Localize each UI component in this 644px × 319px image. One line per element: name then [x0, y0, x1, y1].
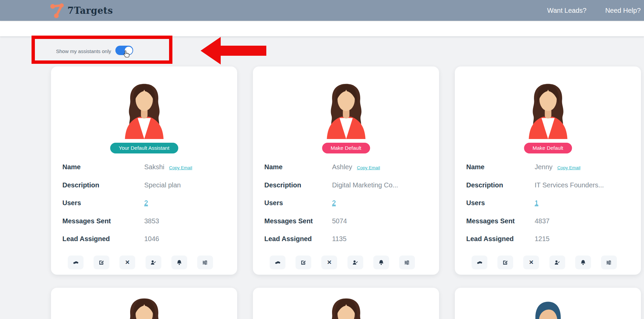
description-row: Description IT Services Founders...: [466, 176, 633, 194]
make-default-button[interactable]: Make Default: [322, 143, 370, 153]
messages-sent-label: Messages Sent: [62, 217, 144, 225]
make-default-button[interactable]: Make Default: [524, 143, 572, 153]
delete-button[interactable]: ✕: [523, 256, 539, 269]
users-count-link[interactable]: 2: [144, 199, 148, 207]
delete-button[interactable]: ✕: [119, 256, 135, 269]
want-leads-link[interactable]: Want Leads?: [547, 7, 586, 14]
sliders-icon: [404, 260, 410, 265]
notifications-button[interactable]: [373, 256, 389, 269]
messages-sent-row: Messages Sent 3853: [62, 212, 229, 230]
assign-user-button[interactable]: [347, 256, 363, 269]
assistant-avatar: [520, 81, 577, 139]
handshake-button[interactable]: [472, 256, 487, 269]
brand-logo[interactable]: 7Targets: [49, 2, 113, 18]
assistant-avatar: [318, 295, 375, 319]
assign-user-icon: [150, 260, 156, 265]
toggle-knob: [125, 47, 132, 54]
card-actions: ✕: [270, 256, 415, 269]
assistant-card-partial: [51, 288, 237, 319]
name-row: Name Jenny Copy Email: [466, 158, 633, 176]
show-my-assistants-toggle[interactable]: [115, 46, 133, 55]
settings-button[interactable]: [197, 256, 213, 269]
toolbar-strip: [0, 21, 644, 36]
close-icon: ✕: [327, 259, 332, 266]
messages-sent-row: Messages Sent 5074: [264, 212, 431, 230]
handshake-icon: [275, 260, 281, 265]
edit-button[interactable]: [296, 256, 311, 269]
users-label: Users: [62, 199, 144, 207]
card-actions: ✕: [68, 256, 213, 269]
need-help-link[interactable]: Need Help?: [605, 7, 641, 14]
assign-user-button[interactable]: [146, 256, 161, 269]
description-label: Description: [62, 181, 144, 189]
card-actions: ✕: [472, 256, 617, 269]
users-label: Users: [264, 199, 332, 207]
assign-user-button[interactable]: [549, 256, 565, 269]
name-row: Name Ashley Copy Email: [264, 158, 431, 176]
handshake-button[interactable]: [68, 256, 84, 269]
edit-icon: [502, 260, 508, 265]
lead-assigned-row: Lead Assigned 1046: [62, 230, 229, 248]
bell-icon: [378, 260, 384, 265]
close-icon: ✕: [125, 259, 130, 266]
assistant-description: Digital Marketing Co...: [332, 181, 398, 189]
assistant-name: Sakshi: [144, 163, 164, 171]
edit-icon: [301, 260, 306, 265]
arrow-shaft: [221, 46, 266, 56]
close-icon: ✕: [529, 259, 534, 266]
edit-button[interactable]: [94, 256, 109, 269]
assistant-card: Make Default Name Jenny Copy Email Descr…: [455, 66, 641, 275]
assign-user-icon: [554, 260, 560, 265]
female-avatar-icon: [116, 81, 173, 139]
settings-button[interactable]: [399, 256, 415, 269]
name-label: Name: [466, 163, 535, 171]
handshake-icon: [477, 260, 483, 265]
assistant-fields: Name Sakshi Copy Email Description Speci…: [62, 158, 229, 248]
messages-sent-value: 5074: [332, 217, 347, 225]
seven-dots-logo-icon: [49, 2, 65, 18]
copy-email-link[interactable]: Copy Email: [557, 165, 580, 170]
assistant-description: Special plan: [144, 181, 181, 189]
description-label: Description: [466, 181, 535, 189]
notifications-button[interactable]: [171, 256, 187, 269]
assistant-card: Your Default Assistant Name Sakshi Copy …: [51, 66, 237, 275]
lead-assigned-value: 1135: [332, 235, 346, 243]
users-row: Users 2: [62, 194, 229, 212]
users-count-link[interactable]: 1: [535, 199, 538, 207]
assistant-fields: Name Jenny Copy Email Description IT Ser…: [466, 158, 633, 248]
copy-email-link[interactable]: Copy Email: [169, 165, 192, 170]
description-label: Description: [264, 181, 332, 189]
messages-sent-value: 3853: [144, 217, 159, 225]
description-row: Description Special plan: [62, 176, 229, 194]
assign-user-icon: [352, 260, 358, 265]
handshake-button[interactable]: [270, 256, 285, 269]
female-avatar-icon: [116, 295, 173, 319]
assistant-card-partial: [455, 288, 641, 319]
assistant-fields: Name Ashley Copy Email Description Digit…: [264, 158, 431, 248]
edit-icon: [99, 260, 104, 265]
app-header: 7Targets Want Leads? Need Help?: [0, 0, 644, 21]
assistant-description: IT Services Founders...: [535, 181, 604, 189]
messages-sent-row: Messages Sent 4837: [466, 212, 633, 230]
notifications-button[interactable]: [575, 256, 591, 269]
handshake-icon: [73, 260, 79, 265]
assistant-card: Make Default Name Ashley Copy Email Desc…: [253, 66, 439, 275]
settings-button[interactable]: [601, 256, 617, 269]
bell-icon: [580, 260, 586, 265]
arrow-head: [201, 37, 221, 64]
lead-assigned-label: Lead Assigned: [264, 235, 332, 243]
annotation-arrow-icon: [201, 37, 266, 64]
default-assistant-badge: Your Default Assistant: [110, 143, 178, 153]
users-label: Users: [466, 199, 535, 207]
users-row: Users 2: [264, 194, 431, 212]
male-avatar-icon: [520, 295, 577, 319]
female-avatar-icon: [520, 81, 577, 139]
users-count-link[interactable]: 2: [332, 199, 336, 207]
assistant-avatar: [116, 295, 173, 319]
copy-email-link[interactable]: Copy Email: [357, 165, 380, 170]
delete-button[interactable]: ✕: [321, 256, 337, 269]
messages-sent-label: Messages Sent: [466, 217, 535, 225]
lead-assigned-row: Lead Assigned 1215: [466, 230, 633, 248]
lead-assigned-value: 1046: [144, 235, 159, 243]
edit-button[interactable]: [497, 256, 513, 269]
